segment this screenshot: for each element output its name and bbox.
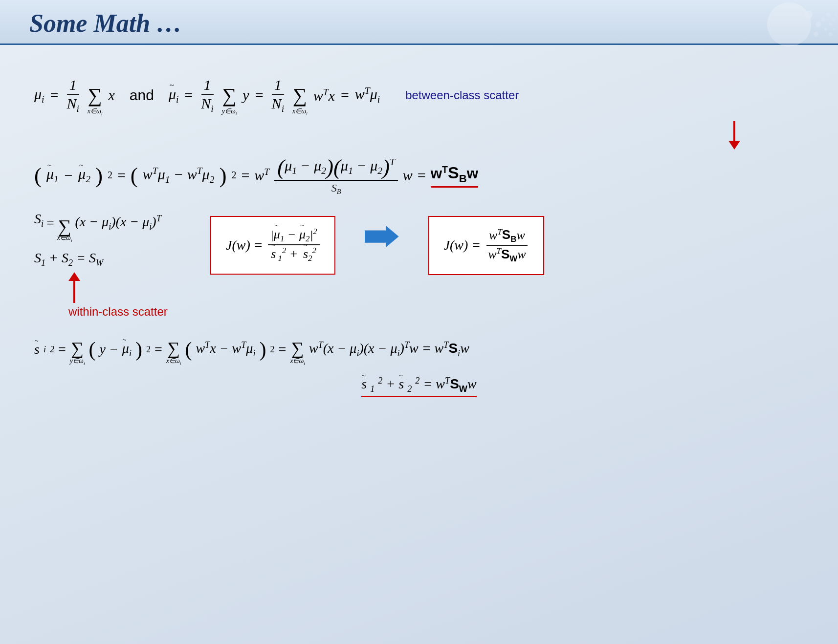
si-eq: Si = ∑ x∈ωi (x − μi)(x − μi)T xyxy=(34,211,181,243)
blue-arrow-container xyxy=(365,226,399,248)
blue-arrow xyxy=(365,226,399,248)
row2-equations: ( ~ μ1 − ~ μ2 ) 2 = ( wTμ1 − wTμ2 ) 2 = … xyxy=(34,154,804,196)
eq1: = xyxy=(50,87,58,104)
slide: Some Math … μi = 1 Ni xyxy=(0,0,838,644)
within-class-label: within-class scatter xyxy=(68,305,181,319)
svg-point-11 xyxy=(834,13,837,16)
sum3: ∑ x∈ωi xyxy=(292,74,308,116)
arrow-shaft xyxy=(733,121,735,141)
x1: x xyxy=(108,87,114,104)
svg-point-2 xyxy=(816,21,821,27)
within-class-container: within-class scatter xyxy=(34,272,181,319)
sum1: ∑ x∈ωi xyxy=(88,74,103,116)
svg-point-1 xyxy=(805,11,813,19)
si-sw-block: Si = ∑ x∈ωi (x − μi)(x − μi)T S1 + S2 = … xyxy=(34,211,181,319)
final-eq: ~ s 1 2 + ~ s 2 2 = wTSWw xyxy=(361,376,476,397)
slide-header: Some Math … xyxy=(0,0,838,45)
eq4: = xyxy=(341,87,349,104)
eq2: = xyxy=(184,87,193,104)
wT-SB-w: wTSBw xyxy=(431,163,478,188)
svg-point-7 xyxy=(829,23,832,26)
fraction-1-over-Ni: 1 Ni xyxy=(64,76,81,115)
jw-fraction2: wTSBw wTSWw xyxy=(485,227,528,265)
svg-point-0 xyxy=(767,2,811,46)
svg-point-3 xyxy=(814,32,818,37)
sw-eq: S1 + S2 = SW xyxy=(34,250,181,268)
svg-point-9 xyxy=(832,18,835,21)
svg-point-5 xyxy=(824,28,827,31)
jw-box1-container: J(w) = | ~ μ1 − ~ μ2 |2 xyxy=(210,216,335,275)
between-class-label: between-class scatter xyxy=(405,88,519,102)
fraction-1-over-Ni-3: 1 Ni xyxy=(269,76,287,115)
red-arrow-down xyxy=(728,121,740,150)
row5-equations: ~ s 1 2 + ~ s 2 2 = wTSWw xyxy=(34,376,804,397)
and-text: and xyxy=(130,87,154,104)
row1-equations: μi = 1 Ni ∑ x∈ωi x and ~ μi = 1 Ni xyxy=(34,74,804,116)
arrow-down-container xyxy=(34,121,740,150)
mu-i-symbol: μi xyxy=(34,86,44,105)
svg-point-4 xyxy=(821,18,825,21)
wTx: wTx xyxy=(313,87,335,104)
mu-tilde-i: ~ μi xyxy=(169,86,178,105)
arrow-shaft-up xyxy=(73,281,75,303)
jw-box2-container: J(w) = wTSBw wTSWw xyxy=(428,216,544,276)
row4-equations: ~ s i 2 = ∑ y∈ωi ( y − ~ μi ) 2 = ∑ xyxy=(34,333,804,366)
arrow-head-up xyxy=(68,272,80,281)
svg-point-10 xyxy=(833,28,835,30)
eq3: = xyxy=(255,87,264,104)
sum2: ∑ y∈ωi xyxy=(222,74,237,116)
slide-title: Some Math … xyxy=(29,9,182,37)
svg-point-8 xyxy=(829,32,833,36)
jw-box2: J(w) = wTSBw wTSWw xyxy=(428,216,544,276)
jw-fraction1: | ~ μ1 − ~ μ2 |2 ~ xyxy=(268,227,320,264)
svg-point-6 xyxy=(826,13,830,17)
S_B-underbrace: (μ1 − μ2)(μ1 − μ2)T SB xyxy=(274,154,398,196)
fraction-1-over-Ni-2: 1 Ni xyxy=(198,76,216,115)
arrow-head xyxy=(728,141,740,150)
red-arrow-up xyxy=(68,272,80,303)
main-content: μi = 1 Ni ∑ x∈ωi x and ~ μi = 1 Ni xyxy=(0,45,838,412)
jw-box1: J(w) = | ~ μ1 − ~ μ2 |2 xyxy=(210,216,335,275)
decoration-dots xyxy=(740,0,838,49)
wTmu: wTμi xyxy=(355,86,380,105)
row3-container: Si = ∑ x∈ωi (x − μi)(x − μi)T S1 + S2 = … xyxy=(34,211,804,319)
y1: y xyxy=(243,87,249,104)
